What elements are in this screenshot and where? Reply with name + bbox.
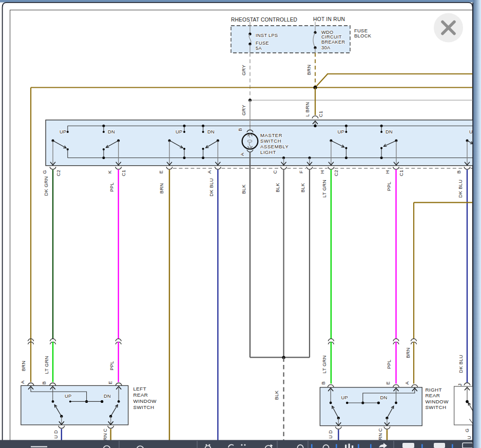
svg-text:SWITCH: SWITCH — [260, 138, 281, 144]
svg-text:B: B — [456, 170, 461, 174]
svg-text:J: J — [457, 383, 463, 386]
svg-text:REAR: REAR — [425, 393, 440, 398]
svg-text:DN: DN — [104, 393, 111, 399]
svg-text:C1: C1 — [318, 111, 323, 117]
svg-text:UP: UP — [337, 129, 344, 134]
svg-text:DN: DN — [207, 129, 215, 134]
svg-text:RIGHT: RIGHT — [425, 387, 441, 393]
svg-text:A: A — [20, 380, 25, 384]
svg-text:LIGHT: LIGHT — [260, 149, 276, 155]
svg-text:UP: UP — [65, 393, 72, 399]
svg-text:B: B — [238, 128, 243, 131]
svg-text:C1: C1 — [121, 170, 126, 176]
svg-text:WINDOW: WINDOW — [425, 399, 449, 404]
svg-text:DN: DN — [380, 395, 388, 400]
svg-text:30A: 30A — [321, 45, 331, 50]
svg-text:DK BLU: DK BLU — [209, 178, 214, 196]
svg-text:LT GRN: LT GRN — [322, 180, 327, 198]
svg-text:BRN: BRN — [159, 183, 164, 194]
svg-text:WDO: WDO — [321, 30, 334, 35]
svg-text:B: B — [321, 381, 326, 385]
svg-text:FUSE: FUSE — [256, 41, 269, 46]
svg-text:F: F — [299, 170, 304, 173]
svg-text:BREAKER: BREAKER — [321, 40, 345, 45]
svg-text:LT GRN: LT GRN — [322, 355, 327, 373]
svg-text:UP: UP — [60, 129, 67, 134]
svg-text:WINDOW: WINDOW — [133, 398, 157, 404]
svg-text:G: G — [465, 428, 470, 433]
svg-text:REAR: REAR — [133, 392, 148, 398]
svg-text:C2: C2 — [334, 170, 339, 176]
svg-text:DK BLU: DK BLU — [458, 355, 464, 373]
svg-text:RN C: RN C — [378, 428, 383, 440]
svg-text:LT GRN: LT GRN — [44, 356, 49, 374]
svg-text:SWITCH: SWITCH — [425, 404, 446, 410]
svg-text:HOT IN RUN: HOT IN RUN — [313, 16, 345, 22]
svg-text:GRY: GRY — [241, 65, 246, 75]
svg-text:U D: U D — [53, 430, 59, 439]
svg-text:ASSEMBLY: ASSEMBLY — [260, 144, 288, 149]
svg-text:C2: C2 — [56, 170, 61, 176]
svg-text:A: A — [207, 170, 212, 173]
svg-text:BRN: BRN — [306, 65, 312, 75]
svg-text:L BRN: L BRN — [305, 102, 310, 117]
svg-text:BLK: BLK — [274, 390, 279, 400]
svg-text:A: A — [240, 152, 245, 156]
svg-text:PPL: PPL — [109, 361, 114, 370]
svg-text:RN C: RN C — [103, 428, 108, 441]
svg-text:H: H — [320, 170, 325, 173]
svg-text:BLK: BLK — [275, 183, 280, 192]
svg-text:DK BLU: DK BLU — [458, 180, 463, 198]
svg-text:RHEOSTAT CONTROLLED: RHEOSTAT CONTROLLED — [231, 17, 297, 23]
svg-text:C: C — [273, 170, 278, 173]
svg-text:U: U — [467, 436, 472, 439]
svg-text:K: K — [107, 170, 112, 173]
svg-text:INST LPS: INST LPS — [256, 33, 278, 38]
svg-text:BRN: BRN — [21, 361, 26, 372]
svg-text:BLOCK: BLOCK — [354, 33, 372, 38]
svg-text:BRN: BRN — [406, 347, 411, 358]
svg-text:U D: U D — [328, 430, 333, 439]
svg-text:E: E — [108, 381, 113, 384]
svg-text:G: G — [42, 170, 47, 174]
svg-text:SWITCH: SWITCH — [133, 404, 155, 410]
svg-text:UP: UP — [176, 129, 183, 134]
svg-text:PPL: PPL — [387, 182, 392, 191]
svg-text:GRY: GRY — [241, 105, 246, 115]
svg-text:E: E — [386, 381, 391, 385]
svg-text:C1: C1 — [399, 170, 404, 176]
svg-text:PPL: PPL — [109, 182, 114, 191]
svg-text:A: A — [405, 381, 410, 385]
svg-text:DN: DN — [386, 129, 393, 134]
svg-text:MASTER: MASTER — [260, 132, 282, 138]
svg-text:BLK: BLK — [241, 184, 246, 194]
svg-text:DK GRN: DK GRN — [44, 177, 49, 196]
svg-text:CIRCUIT: CIRCUIT — [321, 34, 342, 40]
svg-text:DN: DN — [108, 129, 115, 134]
svg-text:BLK: BLK — [300, 183, 305, 192]
svg-text:UP: UP — [341, 395, 348, 400]
svg-text:H: H — [385, 170, 390, 173]
svg-text:E: E — [159, 170, 164, 174]
svg-text:B: B — [42, 381, 47, 385]
svg-text:5A: 5A — [256, 46, 262, 51]
svg-text:LEFT: LEFT — [133, 386, 147, 392]
svg-text:PPL: PPL — [387, 359, 392, 368]
